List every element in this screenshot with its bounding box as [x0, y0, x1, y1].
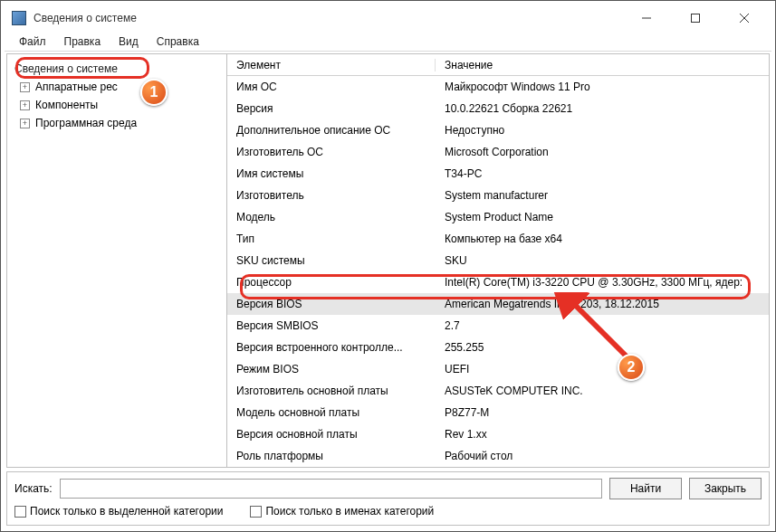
table-row[interactable]: ПроцессорIntel(R) Core(TM) i3-3220 CPU @…: [227, 271, 769, 293]
table-row[interactable]: Роль платформыРабочий стол: [227, 445, 769, 467]
tree-item-label: Компоненты: [35, 99, 98, 111]
svg-rect-1: [692, 14, 700, 23]
content-split: Сведения о системе + Аппаратные рес + Ко…: [6, 53, 770, 468]
table-row[interactable]: Версия BIOSAmerican Megatrends Inc. 2203…: [227, 293, 769, 315]
tree-item-components[interactable]: + Компоненты: [11, 96, 223, 114]
chk-label: Поиск только в именах категорий: [265, 505, 434, 518]
cell-element: Имя системы: [227, 167, 436, 180]
search-options: Поиск только в выделенной категории Поис…: [14, 505, 762, 518]
chk-only-selected[interactable]: Поиск только в выделенной категории: [14, 505, 223, 518]
menu-edit[interactable]: Правка: [55, 33, 110, 50]
cell-element: Версия SMBIOS: [227, 319, 436, 332]
annotation-badge-2: 2: [618, 354, 645, 381]
cell-element: Процессор: [227, 276, 436, 289]
close-panel-button[interactable]: Закрыть: [689, 478, 762, 499]
details-header: Элемент Значение: [227, 54, 769, 76]
checkbox-icon: [250, 506, 262, 518]
cell-element: Изготовитель: [227, 189, 436, 202]
cell-element: Изготовитель основной платы: [227, 385, 436, 397]
tree-root-label: Сведения о системе: [14, 62, 118, 75]
table-row[interactable]: Версия SMBIOS2.7: [227, 315, 769, 337]
cell-element: Версия встроенного контролле...: [227, 341, 436, 354]
table-row[interactable]: Версия10.0.22621 Сборка 22621: [227, 98, 769, 119]
cell-value: T34-PC: [436, 167, 769, 180]
maximize-button[interactable]: [675, 5, 715, 31]
column-element[interactable]: Элемент: [227, 59, 436, 71]
table-row[interactable]: Изготовитель основной платыASUSTeK COMPU…: [227, 380, 769, 402]
cell-value: 10.0.22621 Сборка 22621: [436, 102, 769, 115]
tree-item-label: Программная среда: [35, 117, 137, 129]
tree-pane: Сведения о системе + Аппаратные рес + Ко…: [7, 54, 227, 467]
details-pane: Элемент Значение Имя ОСМайкрософт Window…: [227, 54, 769, 467]
table-row[interactable]: Режим BIOSUEFI: [227, 358, 769, 380]
tree-root[interactable]: Сведения о системе: [11, 60, 223, 78]
cell-value: P8Z77-M: [436, 406, 769, 419]
cell-element: Имя ОС: [227, 81, 436, 93]
window-title: Сведения о системе: [34, 12, 627, 24]
cell-value: Rev 1.xx: [436, 428, 769, 441]
cell-element: Версия: [227, 102, 436, 115]
table-row[interactable]: МодельSystem Product Name: [227, 206, 769, 228]
window: Сведения о системе Файл Правка Вид Справ…: [1, 1, 775, 531]
menu-file[interactable]: Файл: [10, 33, 55, 50]
cell-value: 2.7: [436, 319, 769, 332]
cell-element: Дополнительное описание ОС: [227, 124, 436, 137]
cell-value: Компьютер на базе x64: [436, 233, 769, 245]
cell-value: Intel(R) Core(TM) i3-3220 CPU @ 3.30GHz,…: [436, 276, 769, 289]
table-row[interactable]: Имя ОСМайкрософт Windows 11 Pro: [227, 76, 769, 98]
find-button[interactable]: Найти: [609, 478, 682, 499]
table-row[interactable]: Версия встроенного контролле...255.255: [227, 337, 769, 358]
cell-element: Изготовитель ОС: [227, 146, 436, 158]
cell-value: Майкрософт Windows 11 Pro: [436, 81, 769, 93]
tree-item-hardware[interactable]: + Аппаратные рес: [11, 78, 223, 96]
expand-icon[interactable]: +: [20, 100, 30, 110]
details-body[interactable]: Имя ОСМайкрософт Windows 11 ProВерсия10.…: [227, 76, 769, 467]
cell-value: American Megatrends Inc. 2203, 18.12.201…: [436, 298, 769, 310]
cell-value: Недоступно: [436, 124, 769, 137]
cell-element: SKU системы: [227, 254, 436, 267]
titlebar: Сведения о системе: [5, 5, 771, 32]
cell-value: UEFI: [436, 363, 769, 375]
search-label: Искать:: [14, 482, 53, 495]
chk-only-names[interactable]: Поиск только в именах категорий: [250, 505, 434, 518]
menubar: Файл Правка Вид Справка: [5, 32, 771, 52]
cell-value: System manufacturer: [436, 189, 769, 202]
chk-label: Поиск только в выделенной категории: [30, 505, 223, 518]
table-row[interactable]: Изготовитель ОСMicrosoft Corporation: [227, 141, 769, 163]
cell-value: System Product Name: [436, 211, 769, 223]
window-controls: [627, 5, 764, 31]
table-row[interactable]: Версия основной платыRev 1.xx: [227, 423, 769, 445]
cell-value: Microsoft Corporation: [436, 146, 769, 158]
minimize-button[interactable]: [627, 5, 666, 31]
cell-element: Роль платформы: [227, 450, 436, 462]
annotation-badge-1: 1: [140, 79, 168, 106]
cell-value: 255.255: [436, 341, 769, 354]
table-row[interactable]: ИзготовительSystem manufacturer: [227, 185, 769, 206]
cell-element: Модель: [227, 211, 436, 223]
tree-item-label: Аппаратные рес: [35, 81, 118, 93]
column-value[interactable]: Значение: [436, 59, 769, 71]
table-row[interactable]: Дополнительное описание ОСНедоступно: [227, 119, 769, 141]
cell-value: Рабочий стол: [436, 450, 769, 462]
table-row[interactable]: ТипКомпьютер на базе x64: [227, 228, 769, 250]
cell-element: Режим BIOS: [227, 363, 436, 375]
cell-element: Модель основной платы: [227, 406, 436, 419]
expand-icon[interactable]: +: [20, 82, 30, 92]
search-row: Искать: Найти Закрыть: [14, 478, 762, 499]
cell-element: Версия основной платы: [227, 428, 436, 441]
search-input[interactable]: [60, 479, 602, 499]
cell-element: Тип: [227, 233, 436, 245]
expand-icon[interactable]: +: [20, 119, 30, 128]
table-row[interactable]: Имя системыT34-PC: [227, 163, 769, 185]
close-button[interactable]: [724, 5, 764, 31]
menu-view[interactable]: Вид: [110, 33, 148, 50]
cell-value: ASUSTeK COMPUTER INC.: [436, 385, 769, 397]
cell-value: SKU: [436, 254, 769, 267]
checkbox-icon: [14, 506, 26, 518]
table-row[interactable]: SKU системыSKU: [227, 250, 769, 271]
tree-item-software[interactable]: + Программная среда: [11, 114, 223, 132]
menu-help[interactable]: Справка: [148, 33, 208, 50]
app-icon: [12, 11, 26, 25]
bottom-panel: Искать: Найти Закрыть Поиск только в выд…: [6, 471, 770, 526]
table-row[interactable]: Модель основной платыP8Z77-M: [227, 402, 769, 423]
